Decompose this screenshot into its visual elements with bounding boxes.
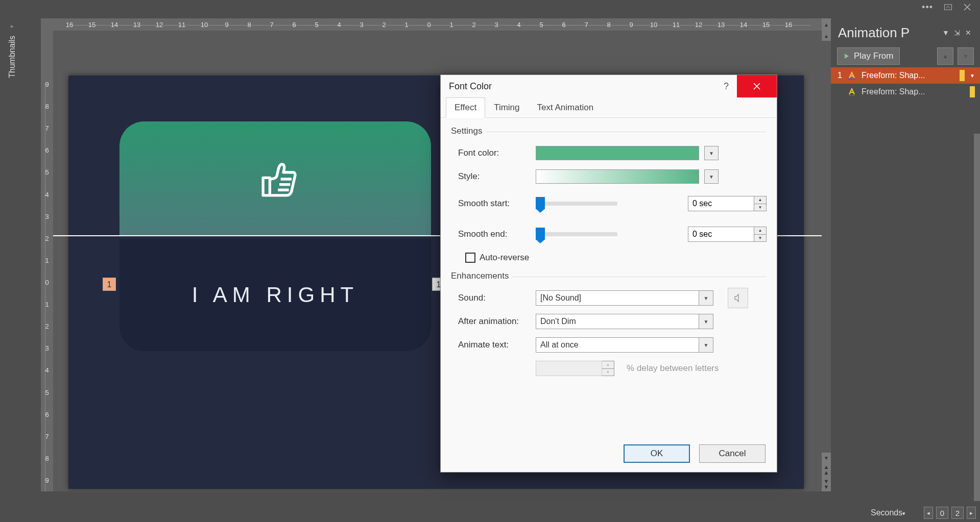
next-slide-button[interactable]: ▼▼ (822, 477, 831, 491)
delay-input (536, 361, 602, 376)
seconds-label[interactable]: Seconds▾ (871, 508, 905, 517)
vertical-ruler: 9876543210123456789 (41, 31, 53, 491)
tab-timing[interactable]: Timing (485, 97, 528, 117)
slide-text: I AM RIGHT (192, 283, 358, 307)
shape-bottom-rounded[interactable]: I AM RIGHT (119, 239, 431, 351)
smooth-end-slider[interactable] (536, 232, 617, 236)
animation-item-label: Freeform: Shap... (862, 71, 954, 80)
animation-timeline-bar[interactable] (970, 86, 975, 97)
dialog-close-button[interactable] (737, 75, 777, 97)
hscroll-up-button[interactable]: ▲ (822, 18, 831, 31)
animation-pane-header: Animation P ▼ ⇲ ✕ (831, 20, 980, 45)
enhancements-group-label: Enhancements (451, 271, 767, 281)
horizontal-ruler: 1615141312111098765432101234567891011121… (41, 18, 822, 31)
animation-pane-toolbar: Play From ▲ ▼ (831, 45, 980, 67)
font-color-dropdown[interactable]: ▼ (704, 146, 719, 160)
sound-select[interactable]: [No Sound]▼ (536, 290, 713, 306)
close-icon[interactable] (963, 4, 971, 11)
delay-spinner: ▲▼ (602, 361, 614, 376)
smooth-end-spinner[interactable]: ▲▼ (754, 227, 767, 242)
vscroll-down-button[interactable]: ▼ (822, 453, 831, 463)
smooth-start-slider[interactable] (536, 202, 617, 206)
animation-pane-scrollbar[interactable] (974, 134, 980, 501)
dialog-title: Font Color (441, 81, 715, 92)
delay-hint-label: % delay between letters (627, 363, 719, 374)
thumbs-up-icon (252, 157, 298, 201)
reorder-up-button[interactable]: ▲ (937, 47, 953, 65)
animation-timeline-bar[interactable] (960, 70, 965, 81)
smooth-end-input[interactable] (688, 227, 754, 242)
settings-group-label: Settings (451, 126, 767, 136)
animate-text-select[interactable]: All at once▼ (536, 337, 713, 353)
smooth-end-label: Smooth end: (458, 229, 536, 239)
vscroll-up-button[interactable]: ▲ (822, 31, 831, 41)
smooth-start-input[interactable] (688, 196, 754, 211)
ribbon-display-icon[interactable] (944, 4, 952, 11)
thumbnails-panel-collapsed[interactable]: ▸ Thumbnails (0, 20, 25, 378)
timeline-cell-0: 0 (936, 507, 948, 519)
style-swatch[interactable] (536, 169, 699, 184)
animation-item-label: Freeform: Shap... (862, 87, 965, 96)
font-color-label: Font color: (458, 148, 536, 158)
font-color-animation-icon (847, 87, 856, 96)
tab-effect[interactable]: Effect (446, 97, 485, 118)
style-dropdown[interactable]: ▼ (704, 169, 719, 184)
thumbnails-label: Thumbnails (8, 36, 17, 78)
cancel-button[interactable]: Cancel (699, 444, 766, 463)
timeline-scroll-right-button[interactable]: ▸ (967, 507, 976, 519)
window-titlebar-controls: ••• (922, 0, 980, 14)
chevron-down-icon[interactable]: ▼ (970, 73, 975, 79)
dialog-tabs: Effect Timing Text Animation (441, 97, 777, 118)
animation-list: 1 Freeform: Shap... ▼ Freeform: Shap... (831, 67, 980, 504)
font-color-animation-icon (847, 71, 856, 80)
animation-pane: Animation P ▼ ⇲ ✕ Play From ▲ ▼ 1 Freefo… (831, 20, 980, 522)
animation-list-item[interactable]: 1 Freeform: Shap... ▼ (831, 67, 980, 84)
timeline-cell-2: 2 (951, 507, 964, 519)
after-animation-label: After animation: (458, 316, 536, 327)
style-label: Style: (458, 171, 536, 182)
svg-rect-0 (944, 5, 951, 10)
ribbon-options-button[interactable]: ••• (922, 2, 933, 13)
pane-move-icon[interactable]: ⇲ (952, 28, 962, 37)
help-button[interactable]: ? (715, 81, 737, 92)
animation-item-number: 1 (836, 71, 842, 80)
auto-reverse-label: Auto-reverse (480, 253, 529, 263)
dialog-body: Settings Font color: ▼ Style: ▼ Smooth s… (441, 118, 777, 435)
animation-tag-1[interactable]: 1 (103, 278, 116, 291)
animation-pane-title: Animation P (838, 25, 939, 41)
smooth-start-label: Smooth start: (458, 198, 536, 209)
tab-text-animation[interactable]: Text Animation (529, 97, 603, 117)
font-color-dialog: Font Color ? Effect Timing Text Animatio… (440, 74, 777, 473)
pane-dropdown-icon[interactable]: ▼ (941, 28, 950, 37)
animation-pane-footer: Seconds▾ ◂ 0 2 ▸ (831, 504, 980, 522)
shape-top-rounded[interactable] (119, 121, 431, 236)
canvas-vscrollbar[interactable]: ▲ ▼ ▲▲ ▼▼ (822, 31, 831, 491)
reorder-down-button[interactable]: ▼ (958, 47, 974, 65)
svg-rect-2 (849, 95, 855, 96)
after-animation-select[interactable]: Don't Dim▼ (536, 314, 713, 329)
pane-close-icon[interactable]: ✕ (964, 28, 973, 37)
timeline-scroll-left-button[interactable]: ◂ (924, 507, 933, 519)
animate-text-label: Animate text: (458, 340, 536, 350)
dialog-titlebar[interactable]: Font Color ? (441, 75, 777, 97)
auto-reverse-checkbox[interactable]: Auto-reverse (465, 253, 767, 263)
svg-rect-1 (849, 79, 855, 80)
play-from-button[interactable]: Play From (837, 47, 900, 65)
chevron-right-icon: ▸ (11, 22, 14, 30)
checkbox-icon (465, 253, 475, 263)
sound-label: Sound: (458, 293, 536, 303)
prev-slide-button[interactable]: ▲▲ (822, 463, 831, 477)
dialog-footer: OK Cancel (441, 435, 777, 472)
font-color-swatch[interactable] (536, 146, 699, 160)
ok-button[interactable]: OK (624, 444, 690, 463)
animation-list-item[interactable]: Freeform: Shap... (831, 84, 980, 100)
sound-preview-button[interactable] (728, 288, 748, 308)
smooth-start-spinner[interactable]: ▲▼ (754, 196, 767, 211)
